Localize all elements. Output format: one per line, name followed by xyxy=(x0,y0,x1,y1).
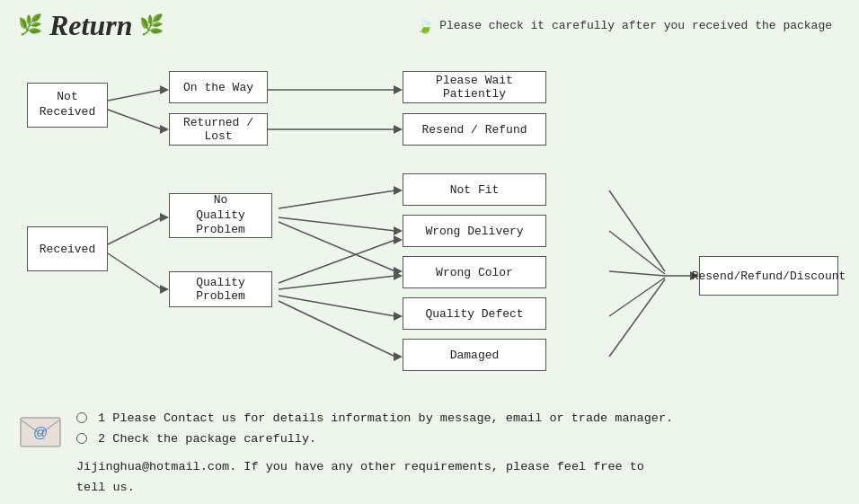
header-note: Please check it carefully after you rece… xyxy=(439,19,832,32)
page-title: Return xyxy=(49,9,132,42)
svg-marker-19 xyxy=(394,235,403,244)
svg-marker-23 xyxy=(394,312,403,321)
diagram-container: NotReceived On the Way Returned / Lost P… xyxy=(18,51,845,402)
svg-line-28 xyxy=(609,271,665,276)
svg-marker-25 xyxy=(394,352,403,361)
svg-marker-13 xyxy=(394,186,403,195)
node-quality-problem: Quality Problem xyxy=(169,271,272,307)
svg-marker-1 xyxy=(160,85,169,94)
svg-line-10 xyxy=(108,253,162,289)
node-please-wait: Please Wait Patiently xyxy=(403,71,546,103)
node-returned-lost: Returned / Lost xyxy=(169,113,268,146)
node-quality-defect: Quality Defect xyxy=(403,297,546,330)
svg-line-30 xyxy=(609,279,665,357)
svg-marker-7 xyxy=(394,125,403,134)
svg-marker-21 xyxy=(394,271,403,280)
node-wrong-color: Wrong Color xyxy=(403,256,546,288)
svg-line-2 xyxy=(108,110,162,129)
svg-marker-3 xyxy=(160,125,169,134)
header: 🌿 Return 🌿 🍃 Please check it carefully a… xyxy=(18,9,841,42)
svg-marker-17 xyxy=(394,267,403,276)
title-area: 🌿 Return 🌿 xyxy=(18,9,164,42)
svg-marker-5 xyxy=(394,85,403,94)
node-not-fit: Not Fit xyxy=(403,173,546,206)
email-icon: @ xyxy=(18,409,63,454)
svg-line-16 xyxy=(279,222,395,271)
svg-line-14 xyxy=(279,217,395,231)
svg-line-12 xyxy=(279,190,395,208)
node-received: Received xyxy=(27,226,108,271)
svg-line-0 xyxy=(108,90,162,101)
page: 🌿 Return 🌿 🍃 Please check it carefully a… xyxy=(0,0,859,504)
bottom-line4: tell us. xyxy=(76,478,673,499)
node-no-quality-problem: NoQuality Problem xyxy=(169,193,272,238)
svg-line-22 xyxy=(279,296,395,316)
svg-line-18 xyxy=(279,240,395,283)
bottom-text-block: 1 Please Contact us for details informat… xyxy=(76,409,673,499)
node-on-the-way: On the Way xyxy=(169,71,268,103)
leaf-icon-header: 🍃 xyxy=(416,17,434,35)
svg-line-24 xyxy=(279,301,395,357)
node-resend-refund-top: Resend / Refund xyxy=(403,113,546,146)
svg-line-29 xyxy=(609,278,665,316)
svg-line-20 xyxy=(279,276,395,289)
bottom-line2: 2 Check the package carefully. xyxy=(76,429,673,450)
bullet-1 xyxy=(76,412,87,423)
node-wrong-delivery: Wrong Delivery xyxy=(403,215,546,247)
svg-marker-11 xyxy=(160,285,169,294)
bullet-2 xyxy=(76,433,87,444)
node-resend-refund-discount: Resend/Refund/Discount xyxy=(699,256,838,296)
node-not-received: NotReceived xyxy=(27,83,108,128)
bottom-line1: 1 Please Contact us for details informat… xyxy=(76,409,673,429)
bottom-line3: Jijinghua@hotmail.com. If you have any o… xyxy=(76,457,673,478)
svg-marker-9 xyxy=(160,213,169,222)
svg-text:@: @ xyxy=(33,425,48,440)
leaf-icon-left: 🌿 xyxy=(18,13,42,38)
node-damaged: Damaged xyxy=(403,339,546,371)
svg-line-8 xyxy=(108,217,162,244)
bottom-section: @ 1 Please Contact us for details inform… xyxy=(18,409,841,499)
svg-line-26 xyxy=(609,190,665,271)
leaf-icon-right: 🌿 xyxy=(139,13,164,38)
svg-line-27 xyxy=(609,231,665,274)
svg-marker-15 xyxy=(394,226,403,235)
